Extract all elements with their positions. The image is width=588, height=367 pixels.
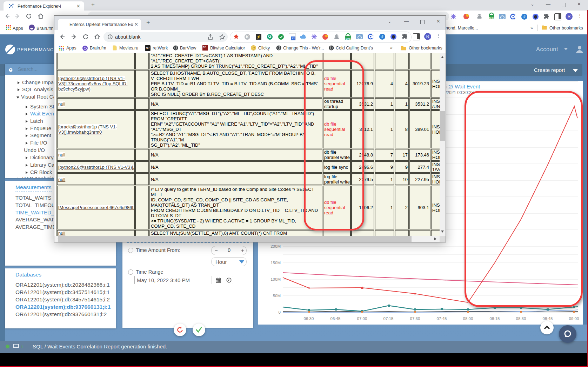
svg-text:07:15: 07:15: [383, 316, 394, 321]
svg-text:150M: 150M: [270, 261, 281, 265]
svg-text:08:00: 08:00: [463, 316, 473, 321]
svg-text:0: 0: [279, 310, 281, 314]
svg-text:200M: 200M: [270, 244, 281, 248]
svg-text:07:45: 07:45: [437, 316, 447, 321]
svg-text:100M: 100M: [270, 277, 281, 281]
svg-text:09:00: 09:00: [569, 316, 579, 321]
svg-text:Beta: Beta: [346, 38, 350, 40]
svg-text:07:30: 07:30: [410, 316, 420, 321]
svg-text:08:30: 08:30: [516, 316, 526, 321]
svg-text:Beta: Beta: [489, 17, 494, 19]
svg-text:06:45: 06:45: [330, 316, 341, 321]
svg-text:07:00: 07:00: [357, 316, 367, 321]
svg-text:08:45: 08:45: [543, 316, 553, 321]
svg-text:08:15: 08:15: [490, 316, 500, 321]
svg-text:50M: 50M: [273, 294, 281, 298]
svg-text:06:30: 06:30: [304, 316, 314, 321]
